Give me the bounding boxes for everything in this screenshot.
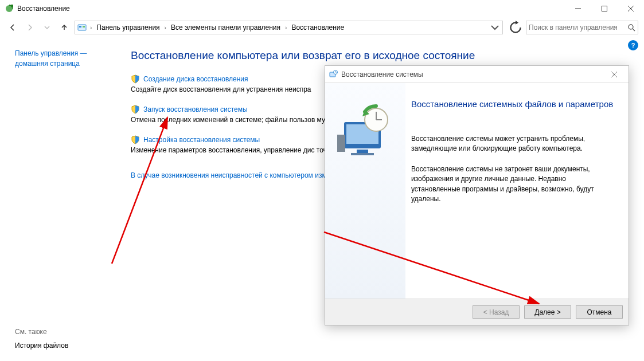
chevron-right-icon: › bbox=[163, 25, 167, 31]
back-button[interactable] bbox=[6, 21, 19, 34]
file-history-link[interactable]: История файлов bbox=[15, 342, 68, 350]
page-title: Восстановление компьютера или возврат ег… bbox=[131, 49, 635, 62]
cancel-button[interactable]: Отмена bbox=[576, 305, 623, 319]
window-titlebar: Восстановление bbox=[0, 0, 644, 17]
option-link-text: Запуск восстановления системы bbox=[143, 105, 248, 113]
svg-line-9 bbox=[633, 29, 635, 31]
breadcrumb-item[interactable]: Панель управления bbox=[95, 23, 161, 32]
recent-dropdown-button[interactable] bbox=[40, 21, 54, 34]
chevron-right-icon: › bbox=[284, 25, 288, 31]
chevron-down-icon[interactable] bbox=[490, 22, 500, 33]
see-also-header: См. также bbox=[15, 328, 68, 336]
back-button: < Назад bbox=[473, 305, 520, 319]
breadcrumb-item[interactable]: Восстановление bbox=[290, 23, 345, 32]
system-restore-dialog: Восстановление системы bbox=[325, 65, 629, 325]
dialog-illustration-panel bbox=[325, 83, 405, 299]
svg-rect-2 bbox=[602, 6, 607, 11]
search-icon[interactable] bbox=[627, 23, 635, 32]
dialog-titlebar[interactable]: Восстановление системы bbox=[325, 66, 629, 83]
refresh-button[interactable] bbox=[509, 21, 522, 34]
maximize-button[interactable] bbox=[591, 0, 618, 17]
window-title: Восстановление bbox=[17, 5, 70, 13]
shield-icon bbox=[131, 105, 140, 114]
dialog-close-button[interactable] bbox=[603, 68, 625, 81]
minimize-button[interactable] bbox=[565, 0, 591, 17]
shield-icon bbox=[131, 135, 140, 144]
sidebar: Панель управления — домашняя страница bbox=[15, 49, 114, 180]
option-link-text: Создание диска восстановления bbox=[143, 75, 248, 83]
shield-icon bbox=[131, 74, 140, 84]
dialog-heading: Восстановление системных файлов и параме… bbox=[411, 99, 614, 109]
breadcrumb-item[interactable]: Все элементы панели управления bbox=[170, 23, 282, 32]
forward-button[interactable] bbox=[23, 21, 37, 34]
see-also: См. также История файлов bbox=[15, 328, 68, 350]
nav-up-button[interactable] bbox=[57, 21, 71, 34]
restore-monitor-icon bbox=[334, 100, 397, 165]
svg-rect-7 bbox=[83, 26, 85, 28]
chevron-right-icon: › bbox=[89, 25, 93, 31]
help-icon[interactable]: ? bbox=[628, 40, 638, 50]
svg-rect-6 bbox=[79, 26, 81, 28]
svg-point-8 bbox=[629, 25, 633, 29]
sidebar-home-link-line2[interactable]: домашняя страница bbox=[15, 60, 114, 68]
close-button[interactable] bbox=[618, 0, 644, 17]
dialog-title: Восстановление системы bbox=[341, 70, 423, 79]
app-icon bbox=[5, 4, 14, 13]
option-link-text: Настройка восстановления системы bbox=[143, 136, 260, 144]
dialog-footer: < Назад Далее > Отмена bbox=[325, 299, 629, 325]
toolbar: › Панель управления › Все элементы панел… bbox=[0, 17, 644, 38]
search-box[interactable] bbox=[526, 21, 638, 34]
control-panel-icon bbox=[77, 23, 87, 32]
search-input[interactable] bbox=[529, 23, 627, 32]
dialog-paragraph-1: Восстановление системы может устранить п… bbox=[411, 134, 614, 154]
next-button[interactable]: Далее > bbox=[524, 305, 571, 319]
address-bar[interactable]: › Панель управления › Все элементы панел… bbox=[75, 21, 503, 34]
svg-rect-18 bbox=[337, 135, 345, 152]
dialog-paragraph-2: Восстановление системы не затронет ваши … bbox=[411, 164, 614, 205]
svg-rect-16 bbox=[357, 150, 368, 153]
system-restore-icon bbox=[329, 70, 338, 79]
sidebar-home-link-line1[interactable]: Панель управления — bbox=[15, 49, 114, 58]
svg-rect-17 bbox=[351, 153, 374, 155]
